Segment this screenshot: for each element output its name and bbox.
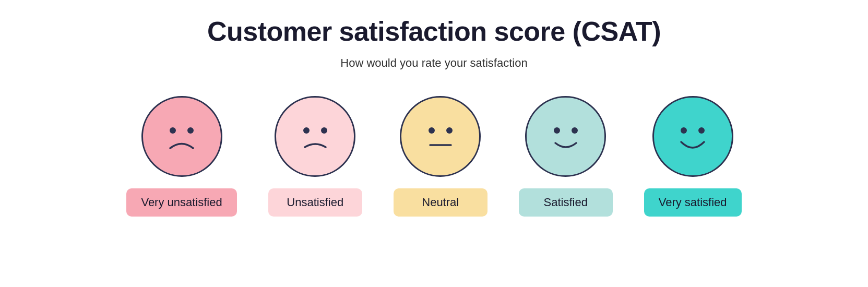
svg-point-0 xyxy=(170,127,176,134)
neutral-face-icon xyxy=(409,105,472,168)
page-title: Customer satisfaction score (CSAT) xyxy=(207,16,661,47)
label-neutral[interactable]: Neutral xyxy=(394,188,487,217)
face-circle-satisfied[interactable] xyxy=(525,96,606,177)
svg-point-3 xyxy=(321,127,327,134)
label-very-satisfied[interactable]: Very satisfied xyxy=(644,188,742,217)
label-satisfied[interactable]: Satisfied xyxy=(519,188,613,217)
face-circle-very-satisfied[interactable] xyxy=(652,96,733,177)
satisfied-face-icon xyxy=(534,105,597,168)
face-circle-very-unsatisfied[interactable] xyxy=(141,96,222,177)
face-circle-unsatisfied[interactable] xyxy=(275,96,355,177)
face-item-unsatisfied[interactable]: Unsatisfied xyxy=(268,96,362,217)
face-item-very-unsatisfied[interactable]: Very unsatisfied xyxy=(126,96,236,217)
face-item-very-satisfied[interactable]: Very satisfied xyxy=(644,96,742,217)
label-very-unsatisfied[interactable]: Very unsatisfied xyxy=(126,188,236,217)
svg-point-1 xyxy=(187,127,194,134)
face-item-neutral[interactable]: Neutral xyxy=(394,96,487,217)
page-subtitle: How would you rate your satisfaction xyxy=(340,56,527,70)
very-unsatisfied-face-icon xyxy=(150,105,213,168)
svg-point-4 xyxy=(429,127,435,134)
svg-point-7 xyxy=(554,127,560,134)
faces-row: Very unsatisfied Unsatisfied Neutr xyxy=(126,96,741,217)
label-unsatisfied[interactable]: Unsatisfied xyxy=(268,188,362,217)
svg-point-5 xyxy=(446,127,453,134)
very-satisfied-face-icon xyxy=(661,105,724,168)
face-circle-neutral[interactable] xyxy=(400,96,481,177)
svg-point-8 xyxy=(572,127,578,134)
svg-point-10 xyxy=(698,127,705,134)
svg-point-2 xyxy=(303,127,310,134)
svg-point-9 xyxy=(681,127,687,134)
unsatisfied-face-icon xyxy=(284,105,347,168)
face-item-satisfied[interactable]: Satisfied xyxy=(519,96,613,217)
